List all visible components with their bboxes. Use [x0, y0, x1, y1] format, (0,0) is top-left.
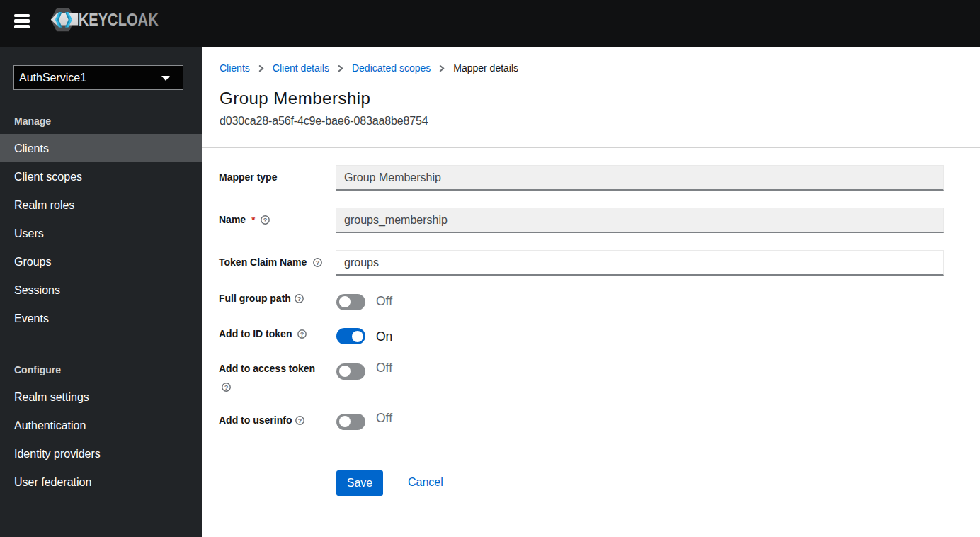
svg-text:?: ?	[297, 295, 302, 303]
svg-text:KEYCLOAK: KEYCLOAK	[79, 11, 159, 29]
svg-text:?: ?	[316, 259, 320, 266]
svg-text:?: ?	[298, 417, 302, 424]
svg-text:?: ?	[300, 331, 304, 338]
svg-text:?: ?	[224, 384, 229, 391]
svg-text:?: ?	[263, 217, 268, 224]
